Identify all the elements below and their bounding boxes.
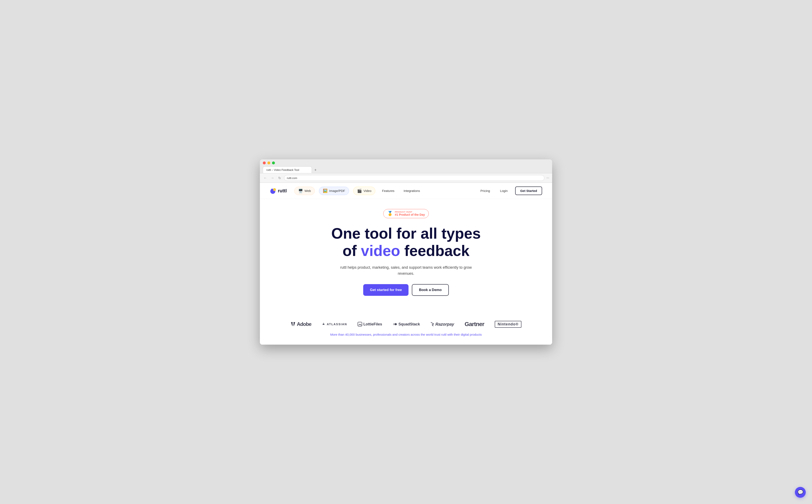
browser-toolbar: ← → ↻ ··· [260, 173, 552, 183]
maximize-button[interactable] [272, 161, 275, 164]
video-icon: 🎬 [357, 189, 362, 193]
hero-headline: One tool for all types of video feedback [331, 225, 481, 260]
image-icon: 🖼️ [323, 189, 327, 193]
product-hunt-badge: 🥇 PRODUCT HUNT #1 Product of the Day [383, 209, 429, 218]
lottiefiles-icon [357, 322, 362, 326]
logos-tagline: More than 40,000 businesses, professiona… [330, 333, 482, 336]
get-started-free-button[interactable]: Get started for free [363, 284, 409, 296]
browser-menu-button[interactable]: ··· [547, 176, 549, 180]
nav-video-label: Video [363, 189, 371, 193]
nintendo-logo: Nintendo® [495, 321, 522, 328]
nav-pricing[interactable]: Pricing [478, 187, 493, 194]
page-content: ruttl 🖥️ Web 🖼️ Image/PDF 🎬 Video Featur… [260, 183, 552, 344]
hero-section: 🥇 PRODUCT HUNT #1 Product of the Day One… [260, 199, 552, 316]
headline-part2: of [342, 242, 361, 259]
traffic-lights [263, 161, 549, 164]
nav-image-label: Image/PDF [329, 189, 345, 193]
logo-icon [270, 188, 276, 194]
hero-cta-group: Get started for free Book a Demo [363, 284, 449, 296]
nav-image[interactable]: 🖼️ Image/PDF [319, 187, 349, 195]
headline-highlight: video [361, 242, 400, 259]
razorpay-icon [431, 322, 434, 326]
adobe-icon [290, 322, 295, 327]
active-tab[interactable]: ruttl – Video Feedback Tool [263, 166, 312, 173]
lottiefiles-logo: LottieFiles [357, 322, 382, 326]
close-button[interactable] [263, 161, 266, 164]
forward-button[interactable]: → [270, 175, 275, 180]
logo-text: ruttl [278, 188, 287, 194]
book-demo-button[interactable]: Book a Demo [412, 284, 449, 296]
logo[interactable]: ruttl [270, 188, 287, 194]
logos-row: Adobe ATLASSIAN LottieFiles [290, 321, 522, 328]
web-icon: 🖥️ [298, 189, 303, 193]
headline-part3: feedback [400, 242, 470, 259]
nav-features[interactable]: Features [379, 187, 397, 194]
nav-web[interactable]: 🖥️ Web [294, 187, 315, 195]
atlassian-icon [322, 322, 326, 326]
nav-integrations[interactable]: Integrations [401, 187, 423, 194]
ph-label: PRODUCT HUNT #1 Product of the Day [395, 211, 425, 216]
get-started-button[interactable]: Get Started [515, 186, 542, 195]
medal-icon: 🥇 [387, 211, 393, 216]
browser-window: ruttl – Video Feedback Tool + ← → ↻ ··· … [260, 159, 552, 344]
nav-video[interactable]: 🎬 Video [353, 187, 375, 195]
minimize-button[interactable] [267, 161, 270, 164]
navbar: ruttl 🖥️ Web 🖼️ Image/PDF 🎬 Video Featur… [260, 183, 552, 199]
reload-button[interactable]: ↻ [277, 175, 282, 180]
headline-part1: One tool for all types [331, 225, 481, 242]
hero-subtext: ruttl helps product, marketing, sales, a… [333, 265, 479, 277]
browser-chrome: ruttl – Video Feedback Tool + [260, 159, 552, 173]
atlassian-logo: ATLASSIAN [322, 322, 347, 326]
adobe-logo: Adobe [290, 321, 311, 327]
tab-bar: ruttl – Video Feedback Tool + [263, 166, 549, 173]
razorpay-logo: Razorpay [431, 322, 454, 327]
new-tab-button[interactable]: + [313, 168, 318, 172]
ph-product-day-label: #1 Product of the Day [395, 213, 425, 216]
nav-login[interactable]: Login [497, 187, 511, 194]
squadstack-logo: SquadStack [392, 322, 420, 326]
svg-point-1 [273, 188, 276, 191]
nav-web-label: Web [304, 189, 311, 193]
gartner-logo: Gartner [465, 321, 484, 328]
ph-product-hunt-label: PRODUCT HUNT [395, 211, 413, 213]
logos-section: Adobe ATLASSIAN LottieFiles [260, 317, 552, 345]
back-button[interactable]: ← [263, 175, 268, 180]
svg-point-2 [271, 189, 273, 191]
address-bar[interactable] [284, 175, 545, 181]
svg-rect-3 [358, 322, 362, 326]
squadstack-icon [392, 322, 397, 326]
